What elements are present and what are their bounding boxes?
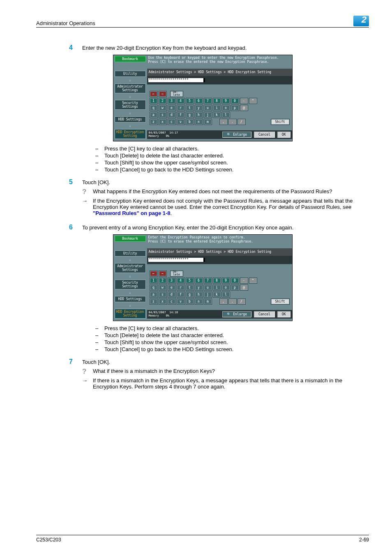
- key-y[interactable]: y: [195, 105, 203, 111]
- question-icon: ?: [82, 188, 89, 195]
- key-8[interactable]: 8: [213, 98, 221, 104]
- panel-nav-utility[interactable]: Utility: [115, 250, 146, 257]
- key-7[interactable]: 7: [204, 98, 212, 104]
- note-item: Press the [C] key to clear all character…: [104, 146, 199, 152]
- arrow-right-key[interactable]: →: [159, 91, 167, 97]
- arrow-right-icon: →: [82, 198, 89, 216]
- panel-nav-admin[interactable]: Administrator Settings: [115, 263, 146, 273]
- magnify-icon: 🔍: [227, 312, 231, 316]
- key-at[interactable]: @: [240, 105, 248, 111]
- panel-instruction-line2: Press [C] to erase the entered the new E…: [148, 60, 269, 64]
- key-z[interactable]: z: [150, 119, 158, 125]
- key-c[interactable]: c: [168, 119, 176, 125]
- key-r[interactable]: r: [177, 105, 185, 111]
- panel-nav-encryption[interactable]: HDD Encryption Setting: [115, 309, 146, 319]
- panel-nav-hdd[interactable]: HDD Settings: [115, 296, 146, 302]
- key-3[interactable]: 3: [168, 98, 176, 104]
- key-k[interactable]: k: [213, 112, 221, 118]
- key-n[interactable]: n: [195, 119, 203, 125]
- shift-key[interactable]: Shift: [271, 298, 290, 305]
- note-item: Touch [Cancel] to go back to the HDD Set…: [104, 166, 233, 173]
- device-panel-2: Bookmark Utility ↓ Administrator Setting…: [113, 234, 293, 321]
- key-o[interactable]: o: [222, 105, 230, 111]
- on-screen-keyboard: ← → De- lete 1234567890-^ qwertyuiop@ as…: [147, 264, 292, 310]
- key-slash[interactable]: /: [238, 119, 246, 125]
- kb-row-q: q w e r t y u i o p @: [148, 104, 291, 111]
- key-6[interactable]: 6: [195, 98, 203, 104]
- down-arrow-icon: ↓: [115, 78, 146, 82]
- key-e[interactable]: e: [168, 105, 176, 111]
- panel-datetime: 04/03/2007 14:18 Memory 0%: [149, 311, 178, 317]
- shift-key[interactable]: Shift: [271, 119, 290, 125]
- cancel-button[interactable]: Cancel: [254, 132, 275, 138]
- ok-button[interactable]: OK: [277, 132, 291, 138]
- delete-key[interactable]: De- lete: [170, 91, 183, 97]
- enlarge-button[interactable]: 🔍 Enlarge: [222, 132, 251, 138]
- cancel-button[interactable]: Cancel: [254, 311, 275, 317]
- passphrase-input[interactable]: ********************: [148, 78, 203, 82]
- device-panel-1: Bookmark Utility ↓ Administrator Setting…: [113, 55, 293, 141]
- key-a[interactable]: a: [150, 112, 158, 118]
- panel-nav-admin[interactable]: Administrator Settings: [115, 83, 146, 93]
- question-icon: ?: [82, 368, 89, 375]
- key-x[interactable]: x: [159, 119, 167, 125]
- arrow-left-key[interactable]: ←: [150, 271, 158, 277]
- panel-nav-utility[interactable]: Utility: [115, 71, 146, 77]
- key-m[interactable]: m: [204, 119, 212, 125]
- key-h[interactable]: h: [195, 112, 203, 118]
- ok-button[interactable]: OK: [277, 311, 291, 317]
- step-text-5: Touch [OK].: [82, 178, 110, 185]
- panel-bookmark[interactable]: Bookmark: [115, 56, 146, 62]
- delete-key[interactable]: De- lete: [170, 271, 183, 277]
- panel-instruction-line1: Use the keyboard or keypad to enter the …: [148, 56, 279, 60]
- panel-breadcrumb: Administrator Settings > HDD Settings > …: [147, 69, 292, 76]
- password-rules-link[interactable]: "Password Rules" on page 1-8: [93, 210, 171, 216]
- question-text: What happens if the Encryption Key enter…: [93, 188, 332, 195]
- note-item: Touch [Delete] to delete the last charac…: [104, 153, 224, 159]
- key-i[interactable]: i: [213, 105, 221, 111]
- key-q[interactable]: q: [150, 105, 158, 111]
- key-comma[interactable]: ,: [219, 119, 228, 125]
- panel-nav-security[interactable]: Security Settings: [115, 280, 146, 289]
- step-number-5: 5: [69, 178, 75, 186]
- step-number-4: 4: [69, 44, 75, 51]
- key-9[interactable]: 9: [222, 98, 230, 104]
- key-f[interactable]: f: [177, 112, 185, 118]
- arrow-left-key[interactable]: ←: [150, 91, 158, 97]
- step-number-6: 6: [69, 224, 75, 231]
- key-2[interactable]: 2: [159, 98, 167, 104]
- down-arrow-icon: ↓: [115, 124, 146, 128]
- key-period[interactable]: .: [228, 119, 237, 125]
- key-v[interactable]: v: [177, 119, 185, 125]
- key-s[interactable]: s: [159, 112, 167, 118]
- key-j[interactable]: j: [204, 112, 212, 118]
- down-arrow-icon: ↓: [115, 291, 146, 295]
- kb-row-a: a s d f g h j k l: [148, 111, 291, 118]
- key-p[interactable]: p: [231, 105, 239, 111]
- enlarge-button[interactable]: 🔍 Enlarge: [222, 311, 251, 317]
- key-0[interactable]: 0: [231, 98, 239, 104]
- panel-nav-hdd[interactable]: HDD Settings: [115, 116, 146, 123]
- key-g[interactable]: g: [186, 112, 194, 118]
- panel-bookmark[interactable]: Bookmark: [115, 236, 146, 242]
- key-t[interactable]: t: [186, 105, 194, 111]
- panel-nav-encryption[interactable]: HDD Encryption Setting: [115, 129, 146, 139]
- key-b[interactable]: b: [186, 119, 194, 125]
- key-5[interactable]: 5: [186, 98, 194, 104]
- chapter-badge: 2: [353, 16, 369, 26]
- key-d[interactable]: d: [168, 112, 176, 118]
- on-screen-keyboard: ← → De- lete 1 2 3 4 5 6 7 8 9 0 - ^ q: [147, 84, 292, 130]
- panel-nav-security[interactable]: Security Settings: [115, 100, 146, 110]
- key-w[interactable]: w: [159, 105, 167, 111]
- key-dash[interactable]: -: [240, 98, 248, 104]
- panel-breadcrumb: Administrator Settings > HDD Settings > …: [147, 248, 292, 256]
- key-1[interactable]: 1: [150, 98, 158, 104]
- key-caret[interactable]: ^: [249, 98, 257, 104]
- key-4[interactable]: 4: [177, 98, 185, 104]
- key-l[interactable]: l: [222, 112, 230, 118]
- passphrase-input[interactable]: ********************: [148, 258, 203, 262]
- step-text-6: To prevent entry of a wrong Encryption K…: [82, 224, 293, 231]
- arrow-right-key[interactable]: →: [159, 271, 167, 277]
- note-item: Touch [Shift] to show the upper case/sym…: [104, 339, 228, 345]
- key-u[interactable]: u: [204, 105, 212, 111]
